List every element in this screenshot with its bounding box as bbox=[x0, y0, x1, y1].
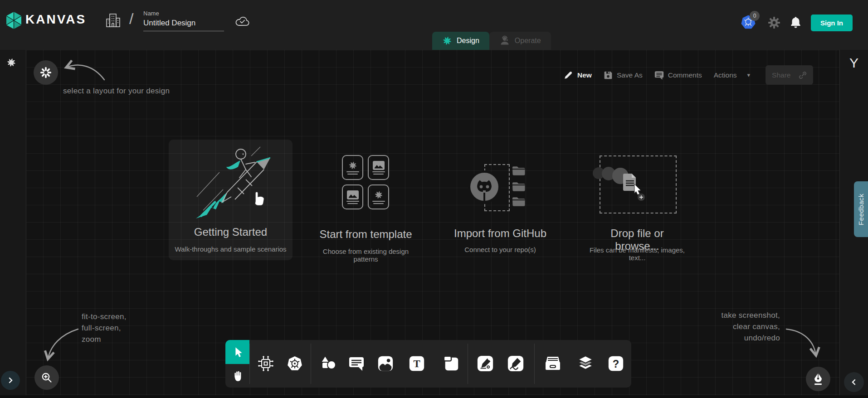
operator-headset-icon bbox=[499, 35, 510, 46]
pan-tool[interactable] bbox=[225, 364, 249, 388]
question-mark-icon: ? bbox=[607, 355, 624, 372]
toolbar-divider bbox=[534, 344, 535, 384]
brand-wordmark: KANVAS bbox=[25, 12, 86, 27]
kubernetes-wheel-icon bbox=[286, 354, 304, 373]
component-chip-icon bbox=[257, 354, 275, 373]
tab-operate[interactable]: Operate bbox=[489, 32, 551, 50]
floppy-save-icon bbox=[604, 71, 613, 80]
card-subtitle: Walk-throughs and sample scenarios bbox=[169, 245, 293, 253]
template-tile-image bbox=[368, 155, 389, 180]
text-tool[interactable]: T bbox=[407, 354, 427, 374]
notifications-bell-icon[interactable] bbox=[790, 16, 802, 29]
layout-hint-text: select a layout for your design bbox=[63, 85, 170, 97]
hand-icon bbox=[232, 369, 244, 382]
image-tool[interactable] bbox=[375, 354, 395, 374]
comment-icon bbox=[348, 355, 365, 372]
import-from-github-card[interactable]: Import from GitHub Connect to your repo(… bbox=[451, 140, 549, 260]
help-tool[interactable]: ? bbox=[606, 354, 626, 374]
component-tool[interactable] bbox=[256, 354, 276, 374]
design-spiral-icon bbox=[348, 161, 357, 170]
pencil-sketch-icon bbox=[507, 355, 524, 372]
canvas-actions-button[interactable] bbox=[806, 367, 830, 391]
note-icon bbox=[443, 355, 460, 372]
github-octocat-icon bbox=[468, 170, 501, 203]
text-icon: T bbox=[408, 355, 425, 372]
card-title: Getting Started bbox=[169, 226, 293, 238]
link-icon bbox=[799, 71, 807, 79]
design-spiral-icon bbox=[442, 36, 452, 46]
organization-icon[interactable] bbox=[104, 12, 122, 29]
zoom-controls-hint: fit-to-screen, full-screen, zoom bbox=[82, 311, 127, 345]
share-button-disabled[interactable]: Share bbox=[766, 65, 813, 85]
zoom-controls-button[interactable] bbox=[34, 365, 59, 390]
shapes-icon bbox=[318, 355, 337, 372]
cursor-arrow-icon bbox=[232, 346, 244, 359]
note-tool[interactable] bbox=[441, 354, 461, 374]
new-design-button[interactable]: New bbox=[563, 70, 592, 80]
k8s-context-count-badge: 0 bbox=[750, 11, 760, 21]
drop-file-card[interactable]: Drop file or browse... Files can be mani… bbox=[587, 140, 687, 260]
layout-flower-icon bbox=[40, 67, 52, 78]
actions-dropdown[interactable]: Actions ▾ bbox=[714, 71, 750, 79]
sketch-tool[interactable] bbox=[506, 354, 526, 374]
toolbar-divider bbox=[468, 344, 468, 384]
feedback-tab[interactable]: Feedback bbox=[854, 181, 868, 237]
comment-tool[interactable] bbox=[346, 354, 366, 374]
design-canvas[interactable]: Y select a layout f bbox=[0, 50, 868, 398]
comments-button[interactable]: Comments bbox=[654, 71, 702, 80]
design-name-input[interactable] bbox=[143, 19, 224, 31]
mode-tabs: Design Operate bbox=[432, 32, 551, 50]
design-name-block: Name bbox=[143, 10, 224, 31]
shapes-tool[interactable] bbox=[318, 354, 338, 374]
image-icon bbox=[377, 355, 394, 372]
card-subtitle: Choose from existing design patterns bbox=[310, 248, 422, 263]
getting-started-illustration bbox=[183, 142, 278, 223]
k8s-context-switcher[interactable]: 0 bbox=[741, 14, 759, 32]
svg-text:T: T bbox=[413, 358, 420, 369]
template-tile-design bbox=[368, 184, 389, 209]
design-name-label: Name bbox=[143, 10, 224, 17]
header-bar: KANVAS / Name 0 bbox=[0, 0, 868, 50]
right-dock-toggle[interactable]: Y bbox=[840, 55, 868, 71]
layout-selector-button[interactable] bbox=[34, 60, 58, 85]
save-as-button[interactable]: Save As bbox=[604, 71, 643, 80]
hand-pointer-cursor bbox=[251, 189, 265, 206]
chevron-down-icon: ▾ bbox=[747, 72, 751, 78]
kubernetes-tool[interactable] bbox=[285, 354, 305, 374]
layers-tool[interactable] bbox=[575, 354, 595, 374]
toolbar-divider bbox=[311, 344, 311, 384]
template-tile-design bbox=[342, 155, 363, 180]
tab-design-label: Design bbox=[457, 37, 479, 45]
repo-folder-icon bbox=[512, 196, 526, 208]
design-action-toolbar: New Save As Comments Actions bbox=[563, 65, 813, 85]
card-title: Start from template bbox=[310, 228, 422, 241]
meshery-spinner-icon bbox=[6, 58, 16, 68]
drawer-tool[interactable] bbox=[543, 354, 563, 374]
select-tool[interactable] bbox=[225, 340, 249, 364]
header-actions: 0 Sign In bbox=[741, 14, 853, 32]
pen-tool[interactable] bbox=[475, 354, 495, 374]
pencil-icon bbox=[563, 70, 573, 80]
pen-path-icon bbox=[477, 355, 494, 372]
sign-in-button[interactable]: Sign In bbox=[811, 15, 853, 31]
template-tile-image bbox=[342, 184, 363, 209]
getting-started-card[interactable]: Getting Started Walk-throughs and sample… bbox=[169, 140, 293, 260]
card-title: Import from GitHub bbox=[451, 227, 549, 240]
drop-file-illustration bbox=[590, 162, 653, 208]
tab-design[interactable]: Design bbox=[432, 32, 489, 50]
canvas-bottom-edge bbox=[0, 395, 868, 398]
repo-folder-icon bbox=[512, 165, 526, 177]
layers-icon bbox=[576, 355, 595, 372]
breadcrumb-separator: / bbox=[129, 10, 133, 28]
feedback-label: Feedback bbox=[857, 194, 865, 225]
card-subtitle: Connect to your repo(s) bbox=[451, 246, 549, 253]
settings-gear-icon[interactable] bbox=[768, 16, 780, 29]
collapse-right-panel-button[interactable] bbox=[844, 372, 864, 392]
svg-text:?: ? bbox=[613, 358, 619, 370]
canvas-actions-hint: take screenshot, clear canvas, undo/redo bbox=[721, 310, 780, 344]
start-from-template-card[interactable]: Start from template Choose from existing… bbox=[310, 140, 422, 260]
cloud-saved-icon bbox=[235, 15, 250, 27]
tab-operate-label: Operate bbox=[515, 37, 541, 45]
card-subtitle: Files can be manifests, images, text... bbox=[587, 246, 687, 262]
expand-left-panel-button[interactable] bbox=[1, 371, 20, 390]
